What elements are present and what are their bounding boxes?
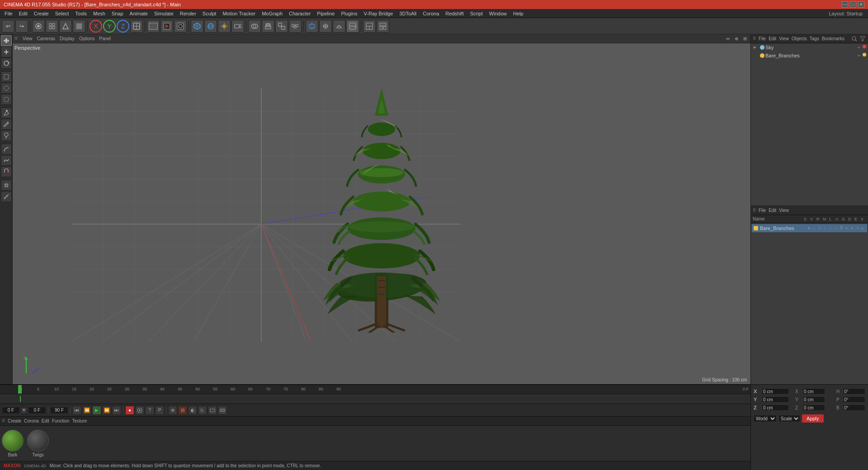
preview-btn[interactable]: ? (145, 406, 154, 415)
maximize-button[interactable]: □ (850, 1, 856, 8)
mat-texture-menu[interactable]: Texture (72, 418, 87, 423)
tool-measure[interactable] (1, 191, 12, 202)
tool-spline[interactable] (1, 144, 12, 155)
menu-select[interactable]: Select (52, 10, 72, 17)
vp-panel-menu[interactable]: Panel (98, 36, 112, 41)
undo-button[interactable]: ↩ (2, 20, 14, 33)
frame-down-btn[interactable]: ▼ (21, 407, 27, 414)
tool-brush[interactable] (1, 119, 12, 130)
z-pos-input[interactable] (762, 404, 789, 411)
tool-select-lasso[interactable] (1, 94, 12, 105)
vp-view-menu[interactable]: View (21, 36, 34, 41)
mat-edit-menu[interactable]: Edit (42, 418, 49, 423)
om-filter-icon[interactable] (859, 35, 866, 42)
vp-maximize-icon[interactable]: ⊞ (741, 35, 749, 42)
x-rot-input[interactable] (802, 388, 825, 395)
b-input[interactable] (843, 404, 865, 411)
tool-scale[interactable] (1, 47, 12, 57)
tool-magnet[interactable] (1, 166, 12, 177)
am-icon-6[interactable]: ≡ (833, 226, 838, 231)
boole-btn[interactable] (248, 20, 261, 33)
menu-vray[interactable]: V-Ray Bridge (361, 10, 396, 17)
menu-tools[interactable]: Tools (72, 10, 90, 17)
menu-script[interactable]: Script (467, 10, 486, 17)
menu-mograph[interactable]: MoGraph (259, 10, 285, 17)
am-view-menu[interactable]: View (779, 208, 789, 213)
z-rotation-btn[interactable]: Z (117, 20, 129, 33)
menu-file[interactable]: File (2, 10, 15, 17)
timeline-ruler[interactable]: 0 5 10 15 20 25 30 35 40 45 50 55 60 65 … (0, 385, 750, 394)
menu-motion-tracker[interactable]: Motion Tracker (220, 10, 258, 17)
om-view-menu[interactable]: View (779, 36, 789, 41)
frame-display[interactable] (28, 407, 46, 414)
shape-sphere-btn[interactable] (204, 20, 217, 33)
menu-help[interactable]: Help (510, 10, 526, 17)
goto-start-btn[interactable]: ⏮ (72, 406, 81, 415)
timeline-tool-2[interactable] (218, 406, 227, 415)
om-search-icon[interactable] (851, 35, 858, 42)
mode-polygons[interactable] (73, 20, 85, 33)
om-item-sky[interactable]: Sky ✏ (751, 43, 868, 52)
mode-edges[interactable] (59, 20, 72, 33)
vp-options-menu[interactable]: Options (78, 36, 96, 41)
am-icon-8[interactable]: ⊕ (844, 226, 849, 231)
om-item-bare-branches[interactable]: Bare_Branches ✏ (751, 52, 868, 60)
tool-select-rect[interactable] (1, 71, 12, 82)
am-icon-7[interactable]: ≣ (839, 226, 844, 231)
prev-key-btn[interactable]: ◐ (188, 406, 197, 415)
tool-move[interactable] (1, 35, 12, 46)
x-rotation-btn[interactable]: X (90, 20, 102, 33)
am-file-menu[interactable]: File (759, 208, 766, 213)
mat-corona-menu[interactable]: Corona (24, 418, 39, 423)
tool-poly-pen[interactable] (1, 108, 12, 118)
layout-btn-1[interactable] (363, 20, 376, 33)
menu-render[interactable]: Render (177, 10, 199, 17)
y-rot-input[interactable] (802, 396, 825, 403)
record-btn[interactable]: ● (125, 406, 134, 415)
current-frame-input[interactable] (2, 407, 20, 414)
z-rot-input[interactable] (802, 404, 825, 411)
apply-button[interactable]: Apply (802, 414, 824, 423)
bark-ball[interactable] (2, 430, 24, 451)
menu-pipeline[interactable]: Pipeline (314, 10, 337, 17)
viewport[interactable]: Perspective .grid-line { stroke: #6a6a6a… (13, 43, 750, 384)
y-pos-input[interactable] (762, 396, 789, 403)
twigs-ball[interactable] (27, 430, 49, 451)
step-forward-btn[interactable]: ⏩ (102, 406, 111, 415)
om-objects-menu[interactable]: Objects (792, 36, 807, 41)
redo-button[interactable]: ↪ (15, 20, 28, 33)
am-icon-9[interactable]: ◈ (849, 226, 854, 231)
menu-create[interactable]: Create (31, 10, 52, 17)
view-wireframe-btn[interactable] (319, 20, 332, 33)
menu-edit[interactable]: Edit (16, 10, 30, 17)
tool-select-circle[interactable] (1, 83, 12, 94)
vp-display-menu[interactable]: Display (58, 36, 76, 41)
mode-object[interactable] (32, 20, 45, 33)
deformer-btn[interactable] (333, 20, 345, 33)
menu-sculpt[interactable]: Sculpt (200, 10, 219, 17)
vp-cameras-menu[interactable]: Cameras (36, 36, 57, 41)
view-cube-btn[interactable] (306, 20, 318, 33)
vp-move-icon[interactable]: ⇔ (724, 35, 731, 42)
extrude-btn[interactable] (262, 20, 274, 33)
shape-light-btn[interactable] (218, 20, 231, 33)
render-btn[interactable] (160, 20, 173, 33)
goto-end-btn[interactable]: ⏭ (112, 406, 121, 415)
render-region-btn[interactable] (147, 20, 160, 33)
timeline-track[interactable] (0, 394, 750, 404)
branches-edit-icon[interactable]: ✏ (856, 53, 862, 58)
tool-grid[interactable] (1, 180, 12, 191)
position-key-btn[interactable]: P (155, 406, 164, 415)
mat-function-menu[interactable]: Function (52, 418, 69, 423)
material-twigs[interactable]: Twigs (27, 430, 49, 457)
am-icon-2[interactable]: □ (811, 226, 816, 231)
am-icon-1[interactable]: ◉ (806, 226, 811, 231)
om-tags-menu[interactable]: Tags (810, 36, 819, 41)
timeline-tool-1[interactable] (208, 406, 217, 415)
layout-btn-2[interactable] (377, 20, 389, 33)
am-icon-3[interactable]: ⊟ (817, 226, 822, 231)
am-edit-menu[interactable]: Edit (769, 208, 776, 213)
shape-cube-btn[interactable] (191, 20, 203, 33)
mode-points[interactable] (46, 20, 58, 33)
om-edit-menu[interactable]: Edit (769, 36, 776, 41)
